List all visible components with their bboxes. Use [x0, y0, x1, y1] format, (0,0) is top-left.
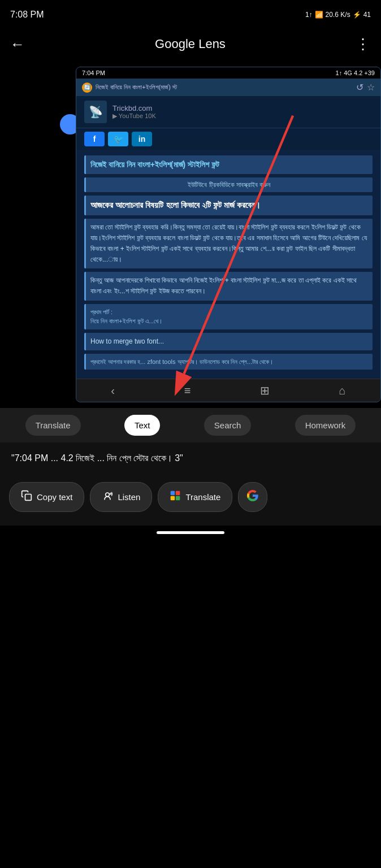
menu-button[interactable]: ⋮	[356, 36, 371, 53]
speed-text: 20.6 K/s	[326, 11, 350, 19]
content-subpart-text: নিয়ে নিন বাংলা+ইংলিশ ফন্ট এ...খে।	[90, 316, 368, 326]
listen-icon	[102, 490, 113, 504]
content-body2-block: কিন্তু আজ আপনাদেরকে শিখাবো কিভাবে আপনি ন…	[84, 272, 373, 300]
site-name: Trickbd.com	[112, 104, 156, 112]
site-sub: ▶ YouTube 10K	[112, 112, 156, 120]
svg-point-4	[110, 493, 112, 495]
content-subheading: ইউটিউবে ট্রিকবিডিকে সাবস্ক্রাইব করুন	[90, 181, 368, 189]
listen-label: Listen	[118, 492, 140, 502]
content-title-block: আজকের আলোচনার বিষয়টি হলো কিভাবে ২টি ফন্…	[84, 196, 373, 215]
url-bar[interactable]: 🔄 নিজেই বানিয়ে নিন বাংলা+ইংলিশ(মার্জ) স…	[76, 79, 380, 96]
home-bar	[157, 531, 224, 534]
site-logo: 📡	[84, 101, 107, 123]
home-indicator	[0, 526, 381, 543]
screenshot-image: 7:04 PM 1↑ 4G 4.2 +39 🔄 নিজেই বানিয়ে নি…	[76, 67, 381, 402]
content-body2: কিন্তু আজ আপনাদেরকে শিখাবো কিভাবে আপনি ন…	[90, 275, 368, 297]
svg-rect-7	[171, 496, 175, 501]
network-icon: 1↑	[305, 11, 313, 19]
content-area: নিজেই বানিয়ে নিন বাংলা+ইংলিশ(মার্জ) স্ট…	[76, 150, 380, 379]
content-step1: প্রথমেই আপনার দরকার হ... zfont tools অ্য…	[90, 357, 368, 367]
bookmark-icon[interactable]: ☆	[367, 82, 375, 93]
nav-menu-icon[interactable]: ≡	[184, 384, 191, 397]
svg-rect-8	[176, 496, 180, 501]
translate-icon	[170, 490, 181, 504]
copy-icon	[21, 490, 32, 504]
listen-button[interactable]: Listen	[90, 482, 152, 512]
status-bar: 7:08 PM 1↑ 📶 20.6 K/s ⚡ 41	[0, 0, 381, 27]
extracted-text: "7:04 PM ... 4.2 নিজেই ... নিন প্লে স্টো…	[11, 452, 370, 465]
mini-status-bar: 7:04 PM 1↑ 4G 4.2 +39	[76, 67, 380, 79]
browser-icon: 🔄	[82, 83, 92, 93]
nav-grid-icon[interactable]: ⊞	[260, 384, 270, 397]
tab-homework[interactable]: Homework	[295, 415, 356, 436]
svg-rect-2	[25, 494, 32, 501]
content-body1-block: আমরা তো স্টাইলিশ ফন্ট ব্যবহার করি।কিন্তু…	[84, 219, 373, 269]
google-icon	[246, 489, 259, 505]
copy-text-label: Copy text	[37, 492, 72, 502]
signal-icon: 📶	[315, 11, 323, 19]
url-text: নিজেই বানিয়ে নিন বাংলা+ইংলিশ(মার্জ) স্ট	[96, 84, 353, 91]
content-subpart-label: প্রথম পার্ট :	[90, 307, 368, 317]
content-heading: নিজেই বানিয়ে নিন বাংলা+ইংলিশ(মার্জ) স্ট…	[90, 159, 368, 171]
page-title: Google Lens	[155, 37, 226, 51]
reload-icon[interactable]: ↺	[356, 82, 363, 93]
site-header: 📡 Trickbd.com ▶ YouTube 10K	[76, 96, 380, 128]
linkedin-icon[interactable]: in	[132, 132, 152, 146]
translate-label: Translate	[185, 492, 220, 502]
site-info: Trickbd.com ▶ YouTube 10K	[112, 104, 156, 120]
battery-level: 41	[363, 11, 371, 19]
youtube-label: ▶ YouTube 10K	[112, 112, 156, 120]
content-subpart-block: প্রথম পার্ট : নিয়ে নিন বাংলা+ইংলিশ ফন্ট…	[84, 304, 373, 329]
screenshot-container: 7:04 PM 1↑ 4G 4.2 +39 🔄 নিজেই বানিয়ে নি…	[76, 67, 381, 402]
nav-back-icon[interactable]: ‹	[111, 384, 115, 397]
nav-home-icon[interactable]: ⌂	[339, 384, 346, 397]
content-body1: আমরা তো স্টাইলিশ ফন্ট ব্যবহার করি।কিন্তু…	[90, 222, 368, 266]
mini-time: 7:04 PM	[82, 70, 105, 76]
inner-nav-bar: ‹ ≡ ⊞ ⌂	[76, 379, 380, 402]
facebook-icon[interactable]: f	[84, 132, 105, 146]
svg-rect-5	[171, 491, 175, 496]
copy-text-button[interactable]: Copy text	[9, 482, 84, 512]
content-subheading-block: ইউটিউবে ট্রিকবিডিকে সাবস্ক্রাইব করুন	[84, 177, 373, 192]
battery-icon: ⚡	[353, 11, 361, 19]
svg-rect-6	[176, 491, 180, 496]
content-howto-block: How to merge two font...	[84, 333, 373, 350]
tabs-bar: Translate Text Search Homework	[0, 408, 381, 442]
header: ← Google Lens ⋮	[0, 27, 381, 61]
extracted-text-area: "7:04 PM ... 4.2 নিজেই ... নিন প্লে স্টো…	[0, 442, 381, 474]
content-howto: How to merge two font...	[90, 336, 368, 347]
tab-search[interactable]: Search	[204, 415, 252, 436]
translate-button[interactable]: Translate	[158, 482, 232, 512]
back-button[interactable]: ←	[10, 36, 25, 53]
google-button[interactable]	[238, 482, 267, 512]
svg-point-3	[106, 493, 110, 497]
twitter-icon[interactable]: 🐦	[108, 132, 128, 146]
status-time: 7:08 PM	[10, 10, 44, 20]
mini-network: 1↑ 4G 4.2 +39	[336, 70, 375, 76]
content-heading-block: নিজেই বানিয়ে নিন বাংলা+ইংলিশ(মার্জ) স্ট…	[84, 155, 373, 174]
content-step1-block: প্রথমেই আপনার দরকার হ... zfont tools অ্য…	[84, 354, 373, 370]
content-title: আজকের আলোচনার বিষয়টি হলো কিভাবে ২টি ফন্…	[90, 199, 368, 212]
status-icons: 1↑ 📶 20.6 K/s ⚡ 41	[305, 11, 371, 19]
tab-text[interactable]: Text	[124, 415, 161, 436]
tab-translate[interactable]: Translate	[25, 415, 81, 436]
action-buttons: Copy text Listen Translate	[0, 474, 381, 526]
social-icons-row: f 🐦 in	[76, 128, 380, 150]
